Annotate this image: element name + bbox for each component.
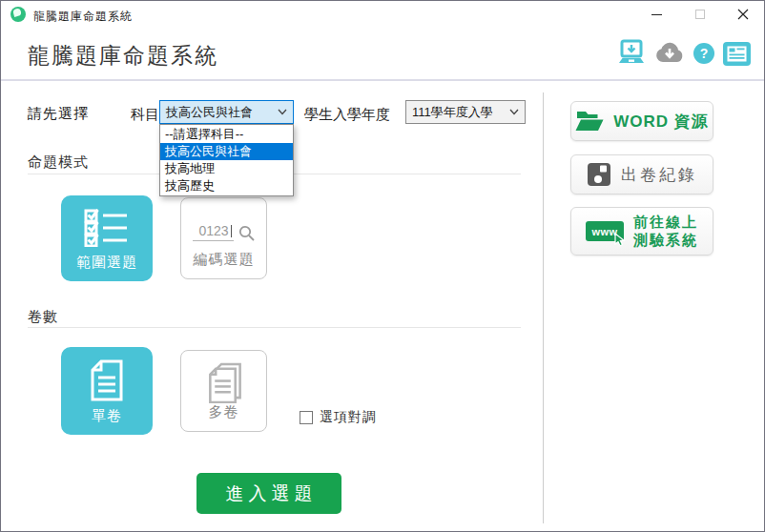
subject-dropdown-list: --請選擇科目-- 技高公民與社會 技高地理 技高歷史: [159, 124, 294, 196]
www-badge-icon: www: [586, 221, 624, 241]
page-title: 龍騰題庫命題系統: [28, 41, 218, 71]
single-button-label: 單卷: [92, 407, 122, 425]
news-panel-icon[interactable]: [723, 42, 751, 66]
word-button-label: WORD 資源: [613, 111, 709, 133]
prompt-label: 請先選擇: [28, 105, 89, 123]
code-input-field[interactable]: 0123: [193, 223, 233, 241]
close-button[interactable]: [721, 1, 764, 28]
online-label-line2: 測驗系統: [633, 232, 698, 250]
multi-button-label: 多卷: [209, 403, 239, 421]
swap-checkbox[interactable]: [300, 411, 313, 424]
papers-section-title: 卷數: [28, 308, 58, 326]
header-toolbar: ?: [617, 39, 751, 68]
code-button-label: 編碼選題: [194, 251, 255, 269]
documents-stack-icon: [204, 362, 244, 403]
document-icon: [89, 358, 125, 402]
single-paper-button[interactable]: 單卷: [61, 347, 153, 435]
maximize-button[interactable]: [678, 1, 721, 28]
swap-option-row: 選項對調: [300, 409, 377, 426]
folder-icon: [575, 110, 604, 133]
swap-checkbox-label: 選項對調: [320, 409, 377, 426]
word-resource-button[interactable]: WORD 資源: [570, 101, 713, 141]
code-input-preview: 0123: [193, 223, 254, 241]
code-input-value: 0123: [198, 223, 228, 238]
text-caret: [231, 225, 232, 237]
maximize-icon: [695, 10, 705, 19]
exam-record-button[interactable]: 出卷紀錄: [570, 154, 713, 194]
titlebar-title: 龍騰題庫命題系統: [33, 9, 133, 25]
enter-selection-button[interactable]: 進入選題: [196, 473, 341, 514]
dropdown-option-geography[interactable]: 技高地理: [160, 160, 293, 177]
subject-select[interactable]: 技高公民與社會: [159, 100, 294, 124]
search-icon: [238, 225, 255, 241]
app-logo-icon: [10, 7, 26, 22]
multi-paper-button[interactable]: 多卷: [180, 350, 267, 432]
range-select-button[interactable]: 範圍選題: [61, 195, 153, 281]
minimize-icon: [651, 14, 662, 15]
online-button-label: 前往線上 測驗系統: [633, 214, 698, 250]
papers-divider: [28, 327, 521, 328]
code-select-button[interactable]: 0123 編碼選題: [180, 197, 267, 279]
chevron-down-icon: [278, 109, 287, 115]
minimize-button[interactable]: [635, 1, 678, 28]
dropdown-option-placeholder[interactable]: --請選擇科目--: [160, 126, 293, 143]
enter-button-label: 進入選題: [226, 481, 318, 506]
year-select[interactable]: 111學年度入學: [405, 100, 526, 124]
dropdown-option-history[interactable]: 技高歷史: [160, 177, 293, 194]
content-divider: [543, 92, 544, 523]
subject-label: 科目: [131, 106, 159, 124]
online-label-line1: 前往線上: [633, 214, 698, 232]
header-divider: [1, 79, 765, 81]
save-disk-icon: [587, 162, 611, 187]
range-button-label: 範圍選題: [76, 254, 137, 272]
record-button-label: 出卷紀錄: [621, 164, 697, 186]
laptop-download-icon[interactable]: [617, 39, 646, 68]
app-window: 龍騰題庫命題系統 龍騰題庫命題系統 ? 請先選擇: [0, 0, 765, 532]
online-test-button[interactable]: www 前往線上 測驗系統: [570, 207, 713, 256]
help-icon[interactable]: ?: [693, 43, 714, 64]
subject-select-value: 技高公民與社會: [166, 104, 253, 121]
year-label: 學生入學年度: [304, 106, 390, 124]
chevron-down-icon: [509, 109, 519, 115]
year-select-value: 111學年度入學: [412, 104, 493, 121]
cursor-icon: [614, 233, 627, 247]
dropdown-option-civics[interactable]: 技高公民與社會: [160, 143, 293, 160]
titlebar: 龍騰題庫命題系統: [1, 1, 764, 28]
mode-section-title: 命題模式: [28, 153, 89, 172]
checklist-icon: [84, 207, 130, 247]
cloud-download-icon[interactable]: [654, 41, 685, 66]
help-glyph: ?: [700, 46, 709, 61]
close-icon: [737, 9, 749, 20]
